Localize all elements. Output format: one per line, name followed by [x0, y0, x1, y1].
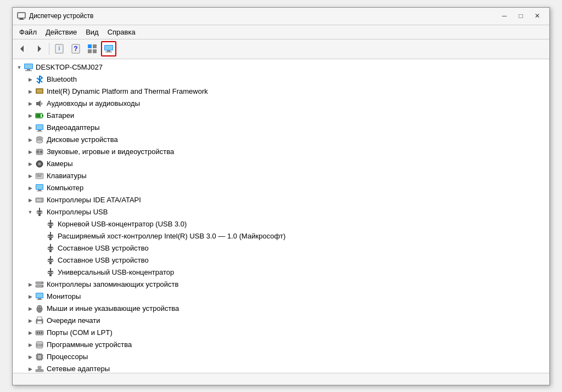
usb-icon [46, 255, 55, 265]
svg-point-74 [51, 247, 53, 249]
expand-icon[interactable]: ▶ [26, 328, 35, 337]
svg-rect-87 [49, 274, 52, 276]
list-item[interactable]: ▶ Составное USB устройство [13, 254, 549, 266]
svg-point-102 [41, 320, 42, 321]
forward-button[interactable] [31, 41, 47, 56]
svg-point-85 [48, 271, 50, 274]
expand-icon[interactable]: ▶ [26, 75, 35, 84]
svg-rect-95 [37, 299, 42, 300]
expand-icon[interactable]: ▶ [26, 353, 35, 361]
status-bar [13, 373, 549, 385]
list-item[interactable]: ▶ Батареи [13, 110, 549, 122]
properties-button[interactable]: i [52, 41, 67, 56]
svg-rect-18 [25, 64, 32, 69]
svg-rect-51 [37, 199, 41, 201]
list-item[interactable]: ▶ Контроллеры IDE ATA/ATAPI [13, 194, 549, 206]
list-item[interactable]: ▶ Звуковые, игровые и видеоустройства [13, 146, 549, 158]
close-button[interactable]: ✕ [530, 9, 545, 22]
item-label: Очереди печати [47, 316, 100, 325]
svg-point-90 [42, 282, 43, 283]
expand-icon[interactable]: ▶ [26, 340, 35, 349]
expand-icon[interactable]: ▶ [26, 172, 35, 180]
usb-icon [46, 243, 55, 253]
svg-rect-105 [39, 332, 40, 334]
back-button[interactable] [15, 41, 30, 56]
list-item[interactable]: ▶ Аудиовходы и аудиовыходы [13, 98, 549, 110]
svg-marker-23 [36, 100, 41, 107]
svg-point-68 [51, 235, 53, 237]
root-expand-icon[interactable]: ▼ [15, 63, 24, 72]
monitor-icon [35, 292, 44, 302]
list-item[interactable]: ▶ Порты (COM и LPT) [13, 327, 549, 339]
svg-rect-16 [105, 46, 113, 50]
list-item[interactable]: ▶ Сетевые адаптеры [13, 363, 549, 373]
list-item[interactable]: ▼ Контроллеры USB [13, 206, 549, 218]
minimize-button[interactable]: ─ [497, 9, 512, 22]
tree-root[interactable]: ▼ DESKTOP-C5MJ027 [13, 61, 549, 73]
list-item[interactable]: ▶ Мониторы [13, 291, 549, 303]
svg-point-86 [51, 271, 53, 274]
list-item[interactable]: ▶ Камеры [13, 158, 549, 170]
svg-rect-45 [37, 175, 41, 177]
list-item[interactable]: ▶ Мыши и иные указывающие устройства [13, 303, 549, 315]
menu-help[interactable]: Справка [103, 27, 140, 37]
svg-rect-93 [36, 293, 43, 298]
expand-icon[interactable]: ▶ [26, 147, 35, 156]
expand-icon[interactable]: ▶ [26, 135, 35, 144]
video-icon [35, 123, 44, 133]
expand-icon[interactable]: ▼ [26, 208, 35, 217]
svg-point-36 [40, 151, 42, 153]
list-item[interactable]: ▶ [13, 351, 549, 363]
list-item[interactable]: ▶ Универсальный USB-концентратор [13, 266, 549, 279]
expand-icon[interactable]: ▶ [26, 160, 35, 168]
network-icon [35, 364, 44, 373]
svg-rect-57 [38, 213, 41, 216]
menu-view[interactable]: Вид [81, 27, 103, 37]
list-item[interactable]: ▶ Дисковые устройства [13, 134, 549, 146]
svg-marker-3 [20, 46, 24, 52]
maximize-button[interactable]: □ [513, 9, 529, 22]
expand-icon[interactable]: ▶ [26, 99, 35, 108]
expand-icon[interactable]: ▶ [26, 365, 35, 373]
list-item[interactable]: ▶ Расширяемый хост-контроллер Intel(R) U… [13, 230, 549, 242]
list-item[interactable]: ▶ Очереди печати [13, 315, 549, 327]
computer-view-button[interactable] [101, 41, 116, 56]
device-tree[interactable]: ▼ DESKTOP-C5MJ027 ▶ [13, 59, 549, 373]
root-label: DESKTOP-C5MJ027 [36, 63, 103, 71]
list-item[interactable]: ▶ Клавиатуры [13, 170, 549, 182]
svg-rect-0 [18, 13, 25, 18]
list-item[interactable]: ▶ Составное USB устройство [13, 242, 549, 254]
menu-action[interactable]: Действие [41, 27, 81, 37]
toolbar-separator-1 [49, 43, 49, 55]
expand-icon[interactable]: ▶ [26, 280, 35, 289]
list-item[interactable]: ▶ Контроллеры запоминающих устройств [13, 279, 549, 291]
expand-icon[interactable]: ▶ [26, 184, 35, 192]
svg-point-91 [42, 286, 43, 287]
expand-icon[interactable]: ▶ [26, 292, 35, 301]
svg-rect-10 [93, 44, 97, 48]
list-item[interactable]: ▶ Bluetooth [13, 73, 549, 86]
expand-icon[interactable]: ▶ [26, 87, 35, 96]
list-item[interactable]: ▶ Компьютер [13, 182, 549, 194]
item-label: Батареи [47, 111, 74, 120]
menu-file[interactable]: Файл [15, 27, 41, 37]
svg-rect-2 [19, 19, 24, 20]
help-button[interactable]: ? [68, 41, 83, 56]
expand-icon[interactable]: ▶ [26, 316, 35, 325]
audio-icon [35, 99, 44, 109]
expand-icon[interactable]: ▶ [26, 111, 35, 120]
list-item[interactable]: ▶ Корневой USB-концентратор (USB 3.0) [13, 218, 549, 230]
resources-button[interactable] [85, 41, 100, 56]
expand-icon[interactable]: ▶ [26, 196, 35, 204]
list-item[interactable]: ▶ Intel(R) Dynamic Platform and Thermal … [13, 86, 549, 98]
svg-rect-19 [27, 69, 30, 70]
list-item[interactable]: ▶ SW Программные устройства [13, 339, 549, 351]
list-item[interactable]: ▶ Видеоадаптеры [13, 122, 549, 134]
bluetooth-icon [35, 75, 44, 84]
item-label: Контроллеры IDE ATA/ATAPI [47, 196, 141, 204]
svg-rect-28 [36, 125, 43, 129]
expand-icon[interactable]: ▶ [26, 304, 35, 313]
svg-rect-25 [42, 115, 43, 117]
svg-rect-106 [41, 332, 42, 334]
expand-icon[interactable]: ▶ [26, 123, 35, 132]
